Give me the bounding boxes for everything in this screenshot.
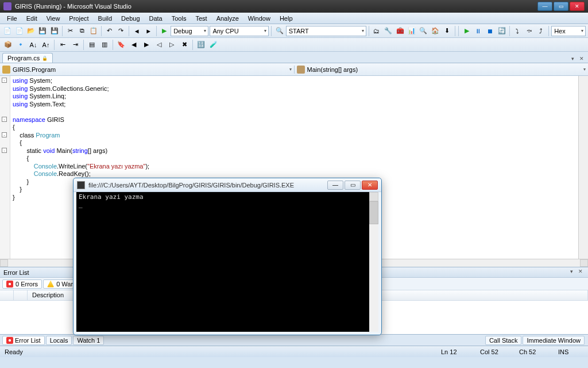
scroll-right-icon[interactable]	[580, 259, 588, 267]
separator	[271, 26, 272, 36]
save-all-icon[interactable]: 💾	[49, 25, 60, 37]
menu-help[interactable]: Help	[275, 14, 297, 23]
tab-program-cs[interactable]: Program.cs 🔒	[2, 53, 53, 63]
paste-icon[interactable]: 📋	[88, 25, 99, 37]
panel-dropdown-icon[interactable]: ▾	[567, 269, 575, 277]
start-page-icon[interactable]: 🏠	[430, 25, 440, 37]
config-dropdown[interactable]: Debug	[171, 26, 208, 36]
tab-watch[interactable]: Watch 1	[73, 336, 104, 345]
find-dropdown[interactable]: START	[286, 26, 366, 36]
tab-error-list[interactable]: Error List	[2, 336, 45, 345]
navigate-fwd-icon[interactable]: ►	[143, 25, 153, 37]
panel-close-icon[interactable]: ✕	[577, 269, 585, 277]
fold-toggle[interactable]: -	[2, 117, 7, 122]
step-over-icon[interactable]: ⤼	[524, 25, 534, 37]
stop-icon[interactable]: ⏹	[485, 25, 495, 37]
uncomment-icon[interactable]: A↑	[40, 39, 52, 51]
console-titlebar[interactable]: file:///C:/Users/AYT/Desktop/BilgProg/GI…	[74, 178, 381, 192]
continue-icon[interactable]: ▶	[461, 25, 471, 37]
fold-toggle[interactable]: -	[2, 78, 7, 83]
copy-icon[interactable]: ⧉	[76, 25, 87, 37]
prev-bookmark-folder-icon[interactable]: ◁	[153, 39, 165, 51]
scroll-up-icon[interactable]	[369, 192, 378, 201]
extension-icon[interactable]: ⬇	[442, 25, 452, 37]
restart-icon[interactable]: 🔄	[497, 25, 507, 37]
menu-window[interactable]: Window	[243, 14, 275, 23]
tab-call-stack[interactable]: Call Stack	[485, 336, 522, 345]
class-view-icon[interactable]: 📊	[407, 25, 417, 37]
solution-explorer-icon[interactable]: 🗂	[372, 25, 382, 37]
prev-bookmark-icon[interactable]: ◀	[128, 39, 140, 51]
console-output[interactable]: Ekrana yazi yazma _	[76, 192, 369, 332]
properties-icon[interactable]: 🔧	[383, 25, 393, 37]
col-num[interactable]	[14, 290, 28, 300]
pause-icon[interactable]: ⏸	[473, 25, 483, 37]
open-icon[interactable]: 📂	[26, 25, 36, 37]
comment-out-icon[interactable]: ▤	[86, 39, 98, 51]
next-bookmark-icon[interactable]: ▶	[141, 39, 152, 51]
status-ins: INS	[558, 348, 583, 355]
bookmark-icon[interactable]: 🔖	[115, 39, 127, 51]
find-icon[interactable]: 🔍	[274, 25, 284, 37]
menu-file[interactable]: File	[2, 14, 22, 23]
menu-tools[interactable]: Tools	[167, 14, 191, 23]
undo-icon[interactable]: ↶	[104, 25, 114, 37]
start-debug-icon[interactable]: ▶	[159, 25, 169, 37]
fold-toggle[interactable]: -	[2, 132, 7, 137]
member-selector[interactable]: Main(string[] args)	[307, 66, 582, 73]
tab-immediate[interactable]: Immediate Window	[523, 336, 585, 345]
platform-dropdown[interactable]: Any CPU	[210, 26, 269, 36]
console-maximize-button[interactable]: ▭	[345, 181, 361, 190]
warning-icon	[47, 281, 54, 288]
separator	[548, 26, 549, 36]
maximize-button[interactable]: ▭	[554, 2, 568, 11]
vertical-scrollbar[interactable]	[578, 76, 588, 259]
toolbox-icon[interactable]: 🧰	[394, 25, 405, 37]
uncomment-out-icon[interactable]: ▥	[99, 39, 110, 51]
tab-close-icon[interactable]: ✕	[578, 55, 586, 63]
menu-project[interactable]: Project	[64, 14, 93, 23]
clear-bookmarks-icon[interactable]: ✖	[179, 39, 190, 51]
errors-filter[interactable]: 0 Errors	[2, 279, 42, 289]
test-icon[interactable]: 🧪	[208, 39, 219, 51]
next-bookmark-folder-icon[interactable]: ▷	[166, 39, 177, 51]
cut-icon[interactable]: ✂	[65, 25, 75, 37]
display-dropdown[interactable]: Hex	[551, 26, 586, 36]
class-icon[interactable]: 📦	[2, 39, 14, 51]
menu-edit[interactable]: Edit	[22, 14, 42, 23]
comment-icon[interactable]: A↓	[28, 39, 39, 51]
new-project-icon[interactable]: 📄	[2, 25, 13, 37]
outdent-icon[interactable]: ⇤	[57, 39, 68, 51]
member-icon[interactable]: 🔹	[15, 39, 26, 51]
menu-test[interactable]: Test	[191, 14, 211, 23]
minimize-button[interactable]: —	[537, 2, 552, 11]
menu-view[interactable]: View	[42, 14, 65, 23]
indent-icon[interactable]: ⇥	[69, 39, 81, 51]
menu-build[interactable]: Build	[94, 14, 117, 23]
console-close-button[interactable]: ✕	[362, 181, 378, 190]
redo-icon[interactable]: ↷	[116, 25, 126, 37]
new-file-icon[interactable]: 📄	[14, 25, 24, 37]
class-selector[interactable]: GIRIS.Program	[13, 66, 287, 73]
col-icon[interactable]	[0, 290, 14, 300]
navigate-back-icon[interactable]: ◄	[131, 25, 142, 37]
fold-toggle[interactable]: -	[2, 148, 7, 153]
tab-order-icon[interactable]: 🔢	[195, 39, 207, 51]
tab-label: Locals	[50, 337, 68, 344]
console-scrollbar[interactable]	[369, 192, 378, 332]
scroll-left-icon[interactable]	[0, 259, 8, 267]
object-browser-icon[interactable]: 🔍	[418, 25, 428, 37]
scroll-thumb[interactable]	[369, 201, 378, 224]
step-out-icon[interactable]: ⤴	[536, 25, 546, 37]
tablist-dropdown-icon[interactable]: ▾	[568, 55, 577, 63]
console-minimize-button[interactable]: —	[327, 181, 343, 190]
step-into-icon[interactable]: ⤵	[512, 25, 523, 37]
close-button[interactable]: ✕	[570, 2, 585, 11]
menu-debug[interactable]: Debug	[117, 14, 144, 23]
chevron-down-icon[interactable]: ▾	[289, 67, 292, 72]
tab-locals[interactable]: Locals	[46, 336, 72, 345]
menu-data[interactable]: Data	[145, 14, 167, 23]
chevron-down-icon[interactable]: ▾	[583, 67, 586, 72]
save-icon[interactable]: 💾	[37, 25, 48, 37]
menu-analyze[interactable]: Analyze	[212, 14, 243, 23]
